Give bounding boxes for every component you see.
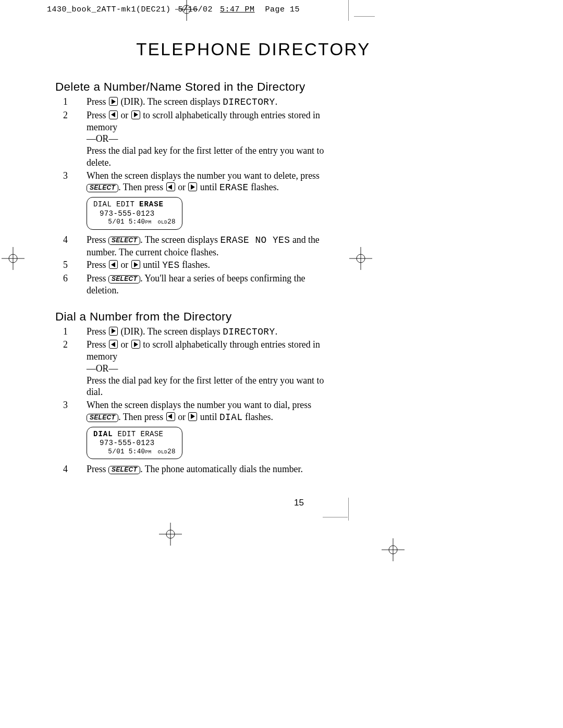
right-arrow-icon — [109, 327, 118, 336]
header-page: Page 15 — [265, 5, 300, 14]
svg-point-5 — [9, 254, 17, 263]
section1-step-2-alt: Press the dial pad key for the first let… — [87, 145, 326, 169]
crop-mark-bottom-right-v — [348, 498, 369, 521]
right-arrow-icon — [109, 97, 118, 106]
section2-step-2-alt: Press the dial pad key for the first let… — [87, 375, 326, 399]
section1-step-3: 3 When the screen displays the number yo… — [87, 170, 326, 230]
left-arrow-icon — [166, 182, 175, 191]
registration-mark-bottom — [159, 523, 182, 546]
header-date: 5/16/02 — [178, 5, 213, 14]
section1-step-5: 5 Press or until YES flashes. — [87, 259, 326, 272]
right-arrow-icon — [131, 260, 140, 269]
section2-step-2: 2 Press or to scroll alphabetically thro… — [87, 339, 326, 398]
or-separator: —OR— — [87, 133, 326, 145]
registration-mark-bottom-right — [382, 538, 405, 561]
header-time: 5:47 PM — [220, 5, 255, 14]
page-number: 15 — [294, 498, 304, 508]
right-arrow-icon — [188, 182, 197, 191]
registration-mark-right — [349, 247, 372, 270]
section1-step-1: 1 Press (DIR). The screen displays DIREC… — [87, 96, 326, 108]
section2-step-3: 3 When the screen displays the number yo… — [87, 399, 326, 459]
section2-heading: Dial a Number from the Directory — [55, 310, 326, 324]
crop-mark-bottom-right-h — [323, 517, 348, 522]
svg-point-11 — [166, 530, 175, 538]
left-arrow-icon — [166, 412, 175, 421]
section1-step-2: 2 Press or to scroll alphabetically thro… — [87, 109, 326, 169]
select-button-icon: SELECT — [108, 466, 140, 474]
section2-step-4: 4 Press SELECT. The phone automatically … — [87, 463, 326, 475]
svg-point-14 — [389, 546, 397, 554]
left-arrow-icon — [109, 110, 118, 119]
or-separator: —OR— — [87, 363, 326, 375]
left-arrow-icon — [109, 340, 118, 349]
content-area: TELEPHONE DIRECTORY Delete a Number/Name… — [55, 40, 326, 476]
lcd-display-dial: DIAL EDIT ERASE 973-555-0123 5/01 5:40PM… — [87, 427, 182, 460]
section1-step-6: 6 Press SELECT. You'll hear a series of … — [87, 273, 326, 297]
section1-heading: Delete a Number/Name Stored in the Direc… — [55, 80, 326, 94]
select-button-icon: SELECT — [108, 275, 140, 283]
section2-step-1: 1 Press (DIR). The screen displays DIREC… — [87, 326, 326, 338]
header-file: 1430_book_2ATT-mk1(DEC21) — [47, 5, 171, 14]
lcd-display-erase: DIAL EDIT ERASE 973-555-0123 5/01 5:40PM… — [87, 197, 182, 230]
select-button-icon: SELECT — [87, 184, 118, 192]
right-arrow-icon — [131, 110, 140, 119]
right-arrow-icon — [188, 412, 197, 421]
crop-mark-top-right — [348, 0, 369, 21]
section2-steps: 1 Press (DIR). The screen displays DIREC… — [55, 326, 326, 476]
section1-steps: 1 Press (DIR). The screen displays DIREC… — [55, 96, 326, 297]
svg-point-8 — [357, 254, 365, 263]
right-arrow-icon — [131, 340, 140, 349]
section1-step-4: 4 Press SELECT. The screen displays ERAS… — [87, 234, 326, 258]
crop-mark-top-right-h — [354, 16, 375, 37]
page: 1430_book_2ATT-mk1(DEC21)5/16/025:47 PMP… — [0, 0, 563, 728]
select-button-icon: SELECT — [87, 414, 118, 422]
select-button-icon: SELECT — [108, 237, 140, 245]
registration-mark-left — [2, 247, 25, 270]
document-header: 1430_book_2ATT-mk1(DEC21)5/16/025:47 PMP… — [47, 5, 300, 14]
page-title: TELEPHONE DIRECTORY — [123, 40, 384, 59]
left-arrow-icon — [109, 260, 118, 269]
